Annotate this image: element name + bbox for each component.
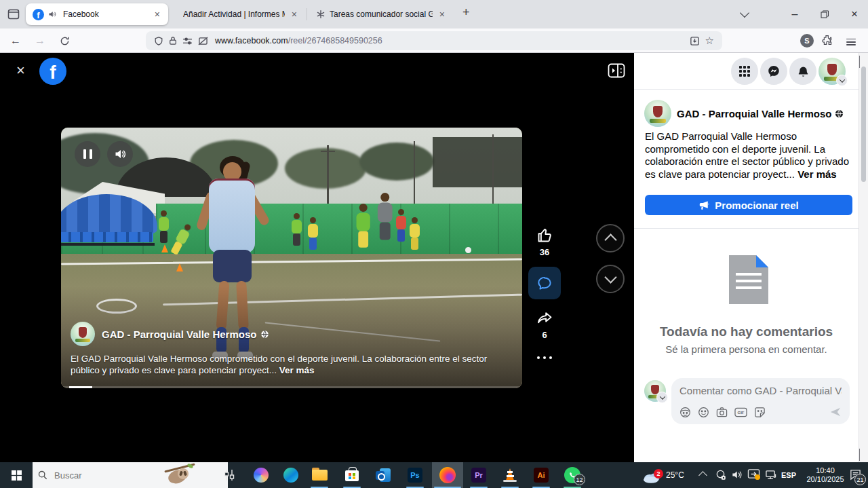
sticker-icon[interactable]	[754, 407, 766, 418]
composer-avatar-chevron-icon	[656, 392, 668, 403]
start-button[interactable]	[0, 462, 33, 488]
panel-divider	[634, 228, 859, 229]
extensions-puzzle-icon[interactable]	[822, 35, 833, 46]
edge-icon[interactable]	[275, 462, 307, 488]
messenger-button[interactable]	[760, 58, 787, 85]
player-figure	[290, 213, 302, 246]
tab-facebook[interactable]: f Facebook ×	[26, 3, 168, 25]
new-tab-button[interactable]: +	[462, 5, 470, 20]
tab-list-dropdown[interactable]	[731, 0, 758, 29]
microsoft-store-icon[interactable]	[336, 462, 368, 488]
window-close-button[interactable]: ×	[841, 0, 868, 29]
facebook-logo[interactable]: f	[39, 58, 66, 85]
tray-volume-icon[interactable]	[731, 469, 743, 481]
coach-figure	[376, 193, 393, 240]
collapse-panel-icon[interactable]	[608, 63, 625, 78]
search-icon	[38, 470, 47, 480]
pause-button[interactable]	[75, 141, 100, 167]
share-button[interactable]	[528, 309, 561, 327]
tab-close-icon[interactable]: ×	[153, 10, 161, 19]
autoplay-blocked-icon[interactable]	[198, 37, 208, 45]
page-avatar[interactable]	[644, 100, 671, 127]
notification-center-button[interactable]: 21	[849, 468, 862, 481]
window-minimize-button[interactable]: –	[781, 0, 808, 29]
copilot-icon[interactable]	[245, 462, 277, 488]
comment-composer[interactable]: GIF	[671, 378, 850, 424]
composer-avatar[interactable]	[644, 380, 666, 402]
svg-text:GIF: GIF	[737, 410, 744, 415]
next-reel-button[interactable]	[596, 265, 625, 293]
tray-expand-chevron[interactable]	[700, 472, 706, 478]
taskbar-clock[interactable]: 10:40 20/10/2025	[804, 462, 846, 488]
scrollbar-thumb[interactable]	[861, 67, 866, 182]
send-comment-button[interactable]	[829, 406, 842, 418]
video-page-row[interactable]: GAD - Parroquial Valle Hermoso	[71, 322, 269, 346]
panel-divider	[634, 89, 859, 90]
vlc-icon[interactable]	[494, 462, 526, 488]
page-name-link[interactable]: GAD - Parroquial Valle Hermoso	[677, 108, 831, 119]
taskbar-search-box[interactable]	[33, 462, 228, 488]
forward-button[interactable]: →	[31, 32, 49, 50]
notifications-bell-button[interactable]	[789, 58, 816, 85]
menu-hamburger-icon[interactable]	[846, 37, 856, 48]
tab-informes[interactable]: Añadir Actividad | Informes Mensua ×	[172, 3, 305, 25]
url-bar[interactable]: www.facebook.com /reel/2674685849590256 …	[146, 31, 722, 50]
scrollbar-up-arrow[interactable]	[859, 53, 868, 68]
file-explorer-icon[interactable]	[304, 462, 335, 488]
reel-video[interactable]: GAD - Parroquial Valle Hermoso El GAD Pa…	[61, 128, 522, 388]
permissions-icon[interactable]	[182, 37, 193, 45]
volume-button[interactable]	[107, 141, 133, 167]
tray-sync-icon[interactable]	[747, 468, 760, 480]
scrollbar-down-arrow[interactable]	[859, 449, 868, 461]
video-page-name[interactable]: GAD - Parroquial Valle Hermoso	[102, 329, 256, 340]
account-avatar-button[interactable]	[818, 58, 846, 85]
tab-close-icon[interactable]: ×	[438, 10, 446, 19]
photoshop-icon[interactable]: Ps	[399, 462, 431, 488]
avatar-sticker-icon[interactable]	[679, 407, 691, 418]
camera-icon[interactable]	[716, 407, 728, 418]
window-restore-button[interactable]	[811, 0, 838, 29]
save-to-pocket-icon[interactable]	[690, 36, 700, 46]
reload-button[interactable]	[56, 32, 73, 50]
language-indicator[interactable]: ESP	[781, 471, 796, 479]
outlook-icon[interactable]	[368, 462, 399, 488]
emoji-icon[interactable]	[698, 407, 709, 418]
whatsapp-icon[interactable]: 12	[557, 462, 588, 488]
comment-button[interactable]	[528, 267, 561, 299]
see-more-link[interactable]: Ver más	[797, 168, 837, 180]
firefox-icon[interactable]	[432, 462, 463, 488]
video-pole	[414, 141, 415, 206]
page-avatar[interactable]	[71, 322, 95, 346]
tab-close-icon[interactable]: ×	[290, 10, 298, 19]
gif-icon[interactable]: GIF	[734, 407, 747, 418]
back-button[interactable]: ←	[7, 32, 24, 50]
tab-audio-icon[interactable]	[48, 10, 56, 18]
bookmark-star-icon[interactable]: ☆	[705, 35, 714, 47]
video-pole	[492, 134, 494, 206]
previous-reel-button[interactable]	[596, 224, 625, 252]
task-view-button[interactable]	[214, 462, 245, 488]
tray-network-icon[interactable]	[765, 469, 777, 481]
search-input[interactable]	[53, 470, 164, 481]
video-progress-bar[interactable]	[61, 386, 522, 388]
premiere-icon[interactable]: Pr	[463, 462, 494, 488]
firefox-view-icon[interactable]	[7, 7, 20, 21]
video-caption: El GAD Parroquial Valle Hermoso comprome…	[71, 353, 510, 376]
extension-badge-icon[interactable]: S	[800, 34, 814, 48]
like-button[interactable]	[528, 226, 561, 244]
page-scrollbar[interactable]	[859, 53, 868, 462]
shield-icon[interactable]	[154, 36, 163, 46]
viewer-close-icon[interactable]: ×	[16, 63, 25, 78]
tab-tareas[interactable]: Tareas comunicador social GAD ×	[309, 3, 453, 25]
more-options-button[interactable]	[528, 350, 561, 362]
comment-input[interactable]	[679, 385, 842, 396]
see-more-link[interactable]: Ver más	[279, 365, 315, 375]
weather-widget[interactable]: 2	[643, 467, 662, 486]
url-path: /reel/2674685849590256	[288, 36, 382, 45]
weather-temperature[interactable]: 25°C	[666, 470, 684, 480]
tray-teams-icon[interactable]	[715, 469, 726, 481]
lock-icon[interactable]	[169, 36, 177, 45]
apps-menu-button[interactable]	[731, 58, 758, 85]
illustrator-icon[interactable]: Ai	[526, 462, 557, 488]
promote-reel-button[interactable]: Promocionar reel	[645, 195, 852, 215]
